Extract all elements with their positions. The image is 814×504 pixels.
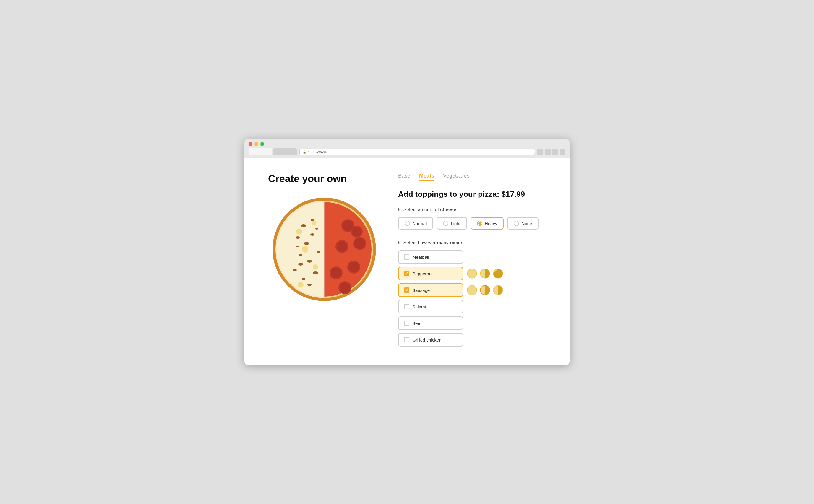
svg-point-8 [292,269,297,271]
svg-point-16 [315,228,318,230]
svg-point-10 [313,271,318,274]
svg-point-7 [307,260,312,263]
meats-label-prefix: 6. Select however many [398,240,450,245]
svg-point-24 [342,220,353,231]
tab-vegetables[interactable]: Vegetables [443,173,470,181]
portion-left-icon[interactable] [467,268,477,279]
cheese-options: Normal Light Heavy None [398,217,546,230]
grilled-chicken-checkbox[interactable] [404,337,410,342]
pepperoni-label[interactable]: ✓ Pepperoni [398,267,463,280]
left-panel: Create your own [268,173,380,305]
tabs-navigation: Base Meats Vegetables [398,173,546,181]
beef-label[interactable]: Beef [398,316,463,330]
browser-action-3[interactable] [552,149,558,155]
svg-point-37 [467,269,477,278]
svg-point-35 [298,282,303,288]
radio-light [443,221,449,226]
svg-point-13 [316,251,320,253]
radio-none [514,221,519,226]
meat-item-grilled-chicken: Grilled chicken [398,333,546,347]
pizza-image [271,196,377,303]
svg-point-30 [352,227,361,236]
svg-point-9 [302,278,305,280]
salami-label[interactable]: Salami [398,300,463,313]
pepperoni-portion-icons [467,268,503,279]
browser-action-4[interactable] [560,149,566,155]
cheese-option-heavy[interactable]: Heavy [471,217,504,230]
svg-point-14 [298,263,303,266]
address-bar[interactable]: 🔒 https://www. [299,149,535,155]
sausage-portion-icons [467,285,503,295]
svg-point-25 [354,238,365,249]
browser-action-1[interactable] [537,149,543,155]
sausage-label[interactable]: ✓ Sausage [398,283,463,297]
meat-item-beef: Beef [398,316,546,330]
url-text: https://www. [308,150,327,154]
svg-point-2 [301,224,306,227]
page-content: Create your own [244,158,570,365]
meats-label-bold: meats [450,240,464,245]
grilled-chicken-text: Grilled chicken [412,337,441,342]
meat-options-list: Meatball ✓ Pepperoni [398,250,546,347]
sausage-portion-half-icon[interactable] [480,285,490,295]
sausage-portion-left-icon[interactable] [467,285,477,295]
cheese-option-normal[interactable]: Normal [398,217,433,230]
beef-checkbox[interactable] [404,321,410,326]
beef-text: Beef [412,321,422,326]
browser-chrome: 🔒 https://www. [244,139,570,158]
cheese-label-bold: cheese [440,207,456,212]
salami-checkbox[interactable] [404,304,410,309]
cheese-option-none[interactable]: None [507,217,539,230]
cheese-label-prefix: 5. Select amount of [398,207,440,212]
browser-traffic-lights [248,142,566,146]
portion-half-icon[interactable] [480,268,490,279]
meatball-checkbox[interactable] [404,254,410,260]
cheese-none-label: None [522,221,532,226]
svg-point-32 [311,220,316,225]
meats-label: 6. Select however many meats [398,240,546,246]
meat-item-meatball: Meatball [398,250,546,264]
browser-action-2[interactable] [545,149,551,155]
svg-point-29 [339,282,350,293]
lock-icon: 🔒 [303,150,306,154]
maximize-button[interactable] [260,142,264,146]
sausage-text: Sausage [412,288,430,293]
browser-window: 🔒 https://www. Create your own [244,139,570,365]
meat-item-salami: Salami [398,300,546,313]
radio-normal [404,221,410,226]
browser-bar-row: 🔒 https://www. [248,148,566,155]
cheese-heavy-label: Heavy [485,221,498,226]
sausage-checkmark: ✓ [405,288,408,292]
sausage-portion-three-quarter-icon[interactable] [493,285,503,295]
page-layout: Create your own [268,173,546,347]
browser-tab-1[interactable] [273,148,297,155]
right-panel: Base Meats Vegetables Add toppings to yo… [398,173,546,347]
meatball-text: Meatball [412,255,429,260]
close-button[interactable] [248,142,252,146]
svg-point-31 [296,229,302,235]
svg-point-27 [348,262,359,272]
pepperoni-checkmark: ✓ [405,271,408,276]
section-title: Add toppings to your pizza: $17.99 [398,190,546,199]
svg-point-28 [331,268,341,278]
svg-point-11 [310,233,314,236]
browser-tab-active[interactable] [248,148,272,155]
minimize-button[interactable] [254,142,258,146]
pepperoni-checkbox[interactable]: ✓ [404,271,410,276]
svg-point-26 [337,241,347,252]
browser-action-buttons [537,149,566,155]
cheese-light-label: Light [451,221,461,226]
svg-point-12 [296,246,299,247]
svg-point-6 [299,254,302,256]
cheese-normal-label: Normal [412,221,427,226]
svg-point-33 [302,246,308,253]
grilled-chicken-label[interactable]: Grilled chicken [398,333,463,347]
salami-text: Salami [412,304,426,309]
meatball-label[interactable]: Meatball [398,250,463,264]
svg-point-4 [295,236,300,239]
cheese-option-light[interactable]: Light [437,217,467,230]
tab-base[interactable]: Base [398,173,410,181]
tab-meats[interactable]: Meats [419,173,434,181]
sausage-checkbox[interactable]: ✓ [404,287,410,293]
portion-three-quarter-icon[interactable] [493,268,503,279]
